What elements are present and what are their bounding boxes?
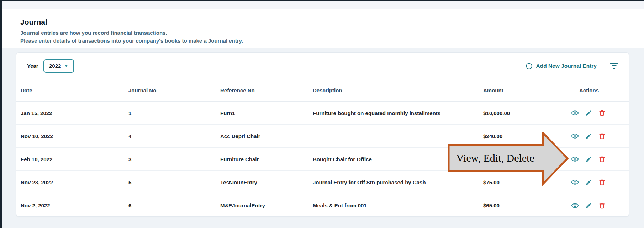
column-header-amount: Amount	[483, 87, 570, 93]
year-dropdown-value: 2022	[49, 63, 61, 69]
delete-trash-icon[interactable]	[598, 178, 606, 186]
cell-date: Nov 2, 2022	[21, 202, 128, 208]
cell-amount: $10,000.00	[483, 110, 570, 116]
cell-reference-no: Acc Depri Chair	[220, 133, 313, 139]
year-dropdown[interactable]: 2022	[43, 59, 74, 73]
cell-date: Nov 23, 2022	[21, 179, 128, 185]
page-body: Year 2022 Add New Journal Entry Date Jou…	[2, 48, 644, 228]
cell-journal-no: 1	[128, 110, 220, 116]
table-toolbar: Year 2022 Add New Journal Entry	[16, 53, 629, 79]
cell-actions	[570, 155, 629, 163]
cell-description: Meals & Ent from 001	[313, 202, 483, 208]
cell-journal-no: 5	[128, 179, 220, 185]
cell-actions	[570, 201, 629, 210]
table-row: Jan 15, 2022 1 Furn1 Furniture bought on…	[16, 102, 629, 125]
cell-description: Furniture bought on equated monthly inst…	[313, 110, 483, 116]
cell-description: Bought Chair for Office	[313, 156, 483, 162]
column-header-journal-no: Journal No	[128, 87, 220, 93]
cell-reference-no: M&EJournalEntry	[220, 202, 313, 208]
column-header-reference-no: Reference No	[220, 87, 313, 93]
page-title: Journal	[20, 18, 644, 26]
view-eye-icon[interactable]	[571, 109, 579, 117]
table-row: Nov 10, 2022 4 Acc Depri Chair $240.00	[16, 125, 629, 148]
delete-trash-icon[interactable]	[598, 201, 606, 210]
delete-trash-icon[interactable]	[598, 155, 606, 163]
cell-reference-no: Furn1	[220, 110, 313, 116]
edit-pencil-icon[interactable]	[584, 155, 593, 163]
page-header: Journal Journal entries are how you reco…	[2, 9, 644, 48]
column-header-actions: Actions	[570, 87, 629, 93]
cell-date: Feb 10, 2022	[21, 156, 128, 162]
cell-amount: $240.00	[483, 133, 570, 139]
edit-pencil-icon[interactable]	[584, 109, 593, 117]
cell-reference-no: TestJounEntry	[220, 179, 313, 185]
cell-journal-no: 3	[128, 156, 220, 162]
column-header-date: Date	[21, 87, 128, 93]
cell-amount: $75.00	[483, 179, 570, 185]
edit-pencil-icon[interactable]	[584, 201, 593, 210]
view-eye-icon[interactable]	[571, 178, 579, 186]
journal-card: Year 2022 Add New Journal Entry Date Jou…	[16, 52, 629, 217]
cell-description: Journal Entry for Off Stn purchased by C…	[313, 179, 483, 185]
page-subtitle-line2: Please enter details of transactions int…	[20, 37, 644, 45]
window-left-bar	[0, 0, 2, 228]
cell-journal-no: 4	[128, 133, 220, 139]
edit-pencil-icon[interactable]	[584, 132, 593, 140]
cell-actions	[570, 109, 629, 117]
cell-journal-no: 6	[128, 202, 220, 208]
window-top-strip	[0, 0, 644, 9]
table-header-row: Date Journal No Reference No Description…	[16, 79, 629, 102]
delete-trash-icon[interactable]	[598, 109, 606, 117]
edit-pencil-icon[interactable]	[584, 178, 593, 186]
view-eye-icon[interactable]	[571, 155, 579, 163]
table-row: Feb 10, 2022 3 Furniture Chair Bought Ch…	[16, 148, 629, 171]
add-new-journal-entry-button[interactable]: Add New Journal Entry	[526, 63, 597, 70]
year-label: Year	[27, 63, 38, 69]
table-row: Nov 23, 2022 5 TestJounEntry Journal Ent…	[16, 171, 629, 194]
table-row: Nov 2, 2022 6 M&EJournalEntry Meals & En…	[16, 194, 629, 217]
cell-reference-no: Furniture Chair	[220, 156, 313, 162]
cell-actions	[570, 132, 629, 140]
column-header-description: Description	[313, 87, 483, 93]
delete-trash-icon[interactable]	[598, 132, 606, 140]
view-eye-icon[interactable]	[571, 201, 579, 210]
cell-date: Nov 10, 2022	[21, 133, 128, 139]
cell-amount: $65.00	[483, 202, 570, 208]
view-eye-icon[interactable]	[571, 132, 579, 140]
add-new-journal-entry-label: Add New Journal Entry	[536, 63, 597, 69]
page-subtitle-line1: Journal entries are how you record finan…	[20, 29, 644, 37]
chevron-down-icon	[64, 65, 68, 67]
cell-actions	[570, 178, 629, 186]
plus-circle-icon	[526, 63, 533, 70]
cell-date: Jan 15, 2022	[21, 110, 128, 116]
filter-icon[interactable]	[609, 61, 619, 70]
